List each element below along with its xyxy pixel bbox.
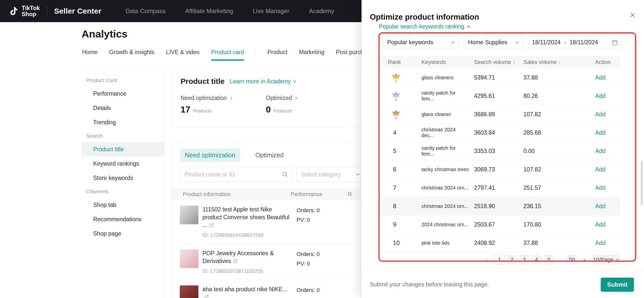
external-link-icon[interactable] bbox=[233, 258, 238, 265]
page-button-1[interactable]: 1 bbox=[494, 255, 505, 265]
sidebar-item-shop-tab[interactable]: Shop tab bbox=[82, 198, 164, 212]
chevron-up-icon bbox=[467, 25, 471, 29]
tab-need-optimization[interactable]: Need optimization bbox=[180, 148, 240, 162]
orders-value: Orders: 0 bbox=[297, 250, 320, 258]
add-keyword-button[interactable]: Add bbox=[590, 111, 620, 118]
keyword-row: 3 glass cleaner 3686.89 107.82 Add bbox=[383, 105, 620, 124]
sidebar-item-product-title[interactable]: Product title bbox=[82, 142, 164, 157]
panel-scrollbar[interactable] bbox=[641, 161, 643, 205]
category-filter-select[interactable]: Home Supplies bbox=[464, 36, 523, 49]
keyword-row: 9 2024 christmas orn... 2503.67 170.80 A… bbox=[383, 215, 620, 234]
search-volume-cell: 2518.90 bbox=[469, 203, 518, 210]
sales-volume-cell: 37.88 bbox=[518, 240, 590, 246]
external-link-icon[interactable] bbox=[209, 222, 214, 229]
sidebar-item-details[interactable]: Details bbox=[82, 101, 164, 115]
product-search-input[interactable] bbox=[180, 167, 292, 182]
keyword-row: 5 vanity patch for fem... 3353.03 0.00 A… bbox=[383, 142, 620, 160]
sales-volume-cell: 236.15 bbox=[518, 203, 590, 210]
page-button-5[interactable]: 5 bbox=[544, 255, 554, 265]
page-button-50[interactable]: 50 bbox=[567, 255, 577, 265]
keyword-row: 1 glass cleaners 5394.71 37.88 Add bbox=[383, 68, 620, 87]
sidebar-item-trending[interactable]: Trending bbox=[82, 115, 164, 130]
external-link-icon[interactable] bbox=[204, 294, 209, 298]
column-performance: Performance bbox=[291, 191, 348, 198]
rank-cell: 9 bbox=[383, 221, 416, 228]
previous-page-button[interactable]: ‹ bbox=[482, 255, 492, 265]
add-keyword-button[interactable]: Add bbox=[590, 129, 620, 136]
need-optimization-link[interactable]: Need optimization bbox=[181, 95, 266, 101]
logo-line-1: TikTok bbox=[22, 5, 40, 11]
tab-product-card[interactable]: Product card bbox=[211, 49, 244, 61]
tab-home[interactable]: Home bbox=[82, 49, 97, 59]
keyword-type-select[interactable]: Popular keywords bbox=[383, 36, 459, 49]
keyword-row: 7 christmas 2024 orn... 2797.41 251.57 A… bbox=[383, 179, 620, 197]
tab-product[interactable]: Product bbox=[267, 49, 287, 59]
page-size-value: 10/Page bbox=[593, 256, 614, 263]
search-icon[interactable] bbox=[282, 171, 288, 179]
add-keyword-button[interactable]: Add bbox=[590, 184, 620, 191]
sort-icons[interactable]: ▴▾ bbox=[559, 60, 560, 65]
add-keyword-button[interactable]: Add bbox=[590, 148, 620, 155]
product-title-text: aha test aha product nike NIKE... bbox=[202, 286, 288, 292]
keyword-cell: christmas 2024 orn... bbox=[416, 185, 469, 191]
optimized-unit: Products bbox=[273, 108, 292, 114]
tab-live-video[interactable]: LIVE & video bbox=[166, 49, 200, 59]
sidebar-section-product-card: Product Card bbox=[82, 74, 164, 87]
submit-button[interactable]: Submit bbox=[601, 278, 634, 292]
page-button-2[interactable]: 2 bbox=[507, 255, 517, 265]
sales-volume-cell: 285.68 bbox=[518, 129, 590, 136]
rank-cell: 3 bbox=[383, 109, 416, 120]
rank-cell: 1 bbox=[383, 72, 416, 83]
sidebar-item-store-keywords[interactable]: Store keywords bbox=[82, 171, 164, 185]
search-volume-cell: 3686.89 bbox=[469, 111, 518, 118]
seller-center-brand: Seller Center bbox=[54, 7, 101, 15]
date-range-picker[interactable]: 18/11/2024 - 18/11/2024 bbox=[528, 36, 622, 49]
rank-cell: 7 bbox=[383, 184, 416, 191]
tab-optimized[interactable]: Optimized bbox=[250, 148, 289, 162]
rank-cell: 5 bbox=[383, 147, 416, 155]
popular-keywords-ranking-label: Popular search keywords ranking bbox=[379, 23, 464, 30]
sidebar-item-keyword-rankings[interactable]: Keyword rankings bbox=[82, 157, 164, 171]
category-select[interactable]: Select category bbox=[297, 167, 361, 182]
add-keyword-button[interactable]: Add bbox=[590, 74, 620, 81]
add-keyword-button[interactable]: Add bbox=[590, 203, 620, 210]
sales-volume-cell: 80.26 bbox=[518, 93, 590, 99]
tiktok-shop-logo[interactable]: TikTok Shop bbox=[9, 5, 40, 17]
pagination-ellipsis: ... bbox=[556, 256, 565, 263]
sort-icons[interactable]: ▴▾ bbox=[513, 60, 515, 65]
close-icon[interactable]: ✕ bbox=[630, 11, 635, 19]
main-content: Product title Learn more in Academy Need… bbox=[171, 70, 361, 298]
page-button-3[interactable]: 3 bbox=[519, 255, 529, 265]
rank-number: 3 bbox=[395, 116, 397, 120]
keyword-cell: glass cleaners bbox=[416, 75, 469, 81]
add-keyword-button[interactable]: Add bbox=[590, 166, 620, 173]
optimized-link[interactable]: Optimized bbox=[266, 95, 351, 101]
tab-divider bbox=[256, 49, 256, 56]
sidebar-item-shop-page[interactable]: Shop page bbox=[82, 227, 164, 241]
column-rank: Rank bbox=[383, 59, 416, 65]
add-keyword-button[interactable]: Add bbox=[590, 221, 620, 228]
next-page-button[interactable]: › bbox=[579, 255, 589, 265]
sales-volume-cell: 107.82 bbox=[518, 111, 590, 118]
learn-more-link[interactable]: Learn more in Academy bbox=[230, 78, 297, 85]
page-button-4[interactable]: 4 bbox=[531, 255, 542, 265]
sidebar-item-performance[interactable]: Performance bbox=[82, 87, 164, 101]
nav-item-live-manager[interactable]: Live Manager bbox=[253, 8, 289, 15]
learn-more-label: Learn more in Academy bbox=[230, 78, 291, 85]
add-keyword-button[interactable]: Add bbox=[590, 93, 620, 99]
sidebar-item-recommendations[interactable]: Recommendations bbox=[82, 212, 164, 227]
need-optimization-label: Need optimization bbox=[181, 95, 227, 101]
nav-item-academy[interactable]: Academy bbox=[309, 8, 334, 15]
page-size-select[interactable]: 10/Page bbox=[592, 255, 620, 265]
nav-item-affiliate-marketing[interactable]: Affiliate Marketing bbox=[185, 8, 233, 15]
nav-item-data-compass[interactable]: Data Compass bbox=[126, 8, 166, 15]
tab-marketing[interactable]: Marketing bbox=[299, 49, 324, 59]
seller-center-screen: TikTok Shop Seller Center Data Compass A… bbox=[0, 0, 644, 298]
tab-growth-insights[interactable]: Growth & insights bbox=[109, 49, 154, 59]
navbar-menu: Data Compass Affiliate Marketing Live Ma… bbox=[126, 8, 334, 15]
popular-keywords-ranking-toggle[interactable]: Popular search keywords ranking bbox=[379, 23, 471, 30]
column-keywords: Keywords bbox=[416, 59, 469, 65]
analytics-sidebar: Product Card Performance Details Trendin… bbox=[82, 70, 164, 298]
add-keyword-button[interactable]: Add bbox=[590, 240, 620, 246]
product-row: 111502 test Apple test Nike product Conv… bbox=[180, 200, 352, 244]
